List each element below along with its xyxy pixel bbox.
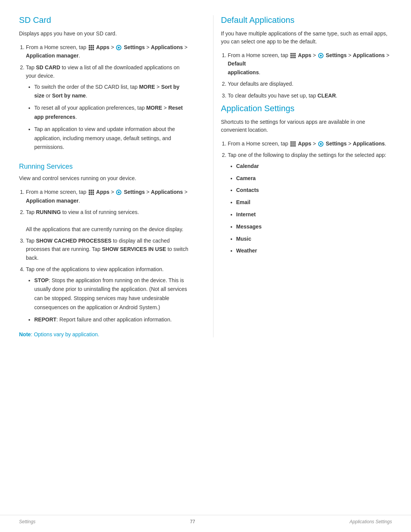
sd-card-bullet-2: To reset all of your application prefere… xyxy=(34,104,190,122)
running-services-steps: From a Home screen, tap Apps > Settings … xyxy=(19,188,190,324)
running-step-1: From a Home screen, tap Apps > Settings … xyxy=(26,188,190,205)
running-services-intro: View and control services running on you… xyxy=(19,174,190,182)
default-step-1: From a Home screen, tap Apps > Settings … xyxy=(228,51,392,77)
settings-icon-2 xyxy=(116,190,121,195)
default-settings-label: Settings xyxy=(326,52,347,58)
settings-icon-3 xyxy=(318,53,323,58)
sd-app-manager-label: Application manager xyxy=(26,53,78,59)
app-bullet-contacts: Contacts xyxy=(236,186,392,195)
settings-icon-4 xyxy=(318,141,323,147)
app-bullet-messages: Messages xyxy=(236,222,392,232)
app-settings-bullets: Calendar Camera Contacts Email Internet … xyxy=(228,162,392,256)
sd-applications-label: Applications xyxy=(151,44,183,50)
running-services-title: Running Services xyxy=(19,163,190,171)
left-column: SD Card Displays apps you have on your S… xyxy=(19,15,198,337)
running-step-2-subtext: All the applications that are currently … xyxy=(26,226,183,232)
default-apps-steps: From a Home screen, tap Apps > Settings … xyxy=(221,51,392,100)
default-applications-label: Applications xyxy=(353,52,385,58)
note-text: Note: Options vary by application. xyxy=(19,331,190,337)
default-step-2: Your defaults are displayed. xyxy=(228,80,392,88)
app-settings-apps-label: Apps xyxy=(298,141,311,147)
footer-left: Settings xyxy=(19,519,35,524)
sd-card-label: SD CARD xyxy=(36,64,60,70)
page-footer: Settings 77 Applications Settings xyxy=(0,515,411,524)
app-settings-applications-label: Applications xyxy=(353,141,385,147)
apps-icon-2 xyxy=(89,190,94,195)
app-bullet-weather: Weather xyxy=(236,246,392,256)
running-bullet-stop: STOP: Stops the application from running… xyxy=(34,276,190,312)
app-settings-steps: From a Home screen, tap Apps > Settings … xyxy=(221,139,392,256)
running-applications-label: Applications xyxy=(151,189,183,195)
sd-card-step-2: Tap SD CARD to view a list of all the do… xyxy=(26,63,190,152)
note-label: Note xyxy=(19,331,31,337)
app-settings-intro: Shortcuts to the settings for various ap… xyxy=(221,118,392,134)
settings-icon-1 xyxy=(116,45,121,50)
running-bullet-report: REPORT: Report failure and other applica… xyxy=(34,315,190,324)
sd-card-bullet-1: To switch the order of the SD CARD list,… xyxy=(34,83,190,101)
default-default-label: Default xyxy=(228,61,246,67)
running-bullets: STOP: Stops the application from running… xyxy=(26,276,190,324)
app-settings-settings-label: Settings xyxy=(326,141,347,147)
apps-icon-3 xyxy=(290,53,296,58)
footer-page-number: 77 xyxy=(190,519,195,524)
running-step-4: Tap one of the applications to view appl… xyxy=(26,265,190,324)
sd-apps-label: Apps xyxy=(96,44,110,50)
app-bullet-music: Music xyxy=(236,235,392,244)
app-bullet-email: Email xyxy=(236,198,392,207)
app-bullet-internet: Internet xyxy=(236,210,392,219)
default-apps-title: Default Applications xyxy=(221,15,392,25)
sd-card-title: SD Card xyxy=(19,15,190,25)
sd-settings-label: Settings xyxy=(124,44,145,50)
running-step-3: Tap SHOW CACHED PROCESSES to display all… xyxy=(26,236,190,262)
note-body: : Options vary by application. xyxy=(31,331,99,337)
app-bullet-calendar: Calendar xyxy=(236,162,392,171)
apps-icon-4 xyxy=(290,141,296,147)
default-applications-label2: applications xyxy=(228,69,259,75)
sd-card-intro: Displays apps you have on your SD card. xyxy=(19,30,190,38)
sd-card-bullet-3: Tap an application to view and update in… xyxy=(34,125,190,152)
running-apps-label: Apps xyxy=(96,189,110,195)
right-column: Default Applications If you have multipl… xyxy=(213,15,392,337)
app-settings-step-2: Tap one of the following to display the … xyxy=(228,151,392,256)
running-settings-label: Settings xyxy=(124,189,145,195)
app-settings-step-1: From a Home screen, tap Apps > Settings … xyxy=(228,139,392,148)
sd-card-step-1: From a Home screen, tap Apps > Settings … xyxy=(26,43,190,60)
app-settings-title: Application Settings xyxy=(221,104,392,113)
footer-right: Applications Settings xyxy=(350,519,392,524)
sd-card-bullets: To switch the order of the SD CARD list,… xyxy=(26,83,190,152)
default-apps-intro: If you have multiple applications of the… xyxy=(221,30,392,46)
app-bullet-camera: Camera xyxy=(236,174,392,183)
running-app-manager-label: Application manager xyxy=(26,198,78,204)
default-apps-label: Apps xyxy=(298,52,311,58)
apps-icon xyxy=(89,45,94,50)
default-step-3: To clear defaults you have set up, tap C… xyxy=(228,91,392,100)
running-step-2: Tap RUNNING to view a list of running se… xyxy=(26,208,190,233)
sd-card-steps: From a Home screen, tap Apps > Settings … xyxy=(19,43,190,152)
